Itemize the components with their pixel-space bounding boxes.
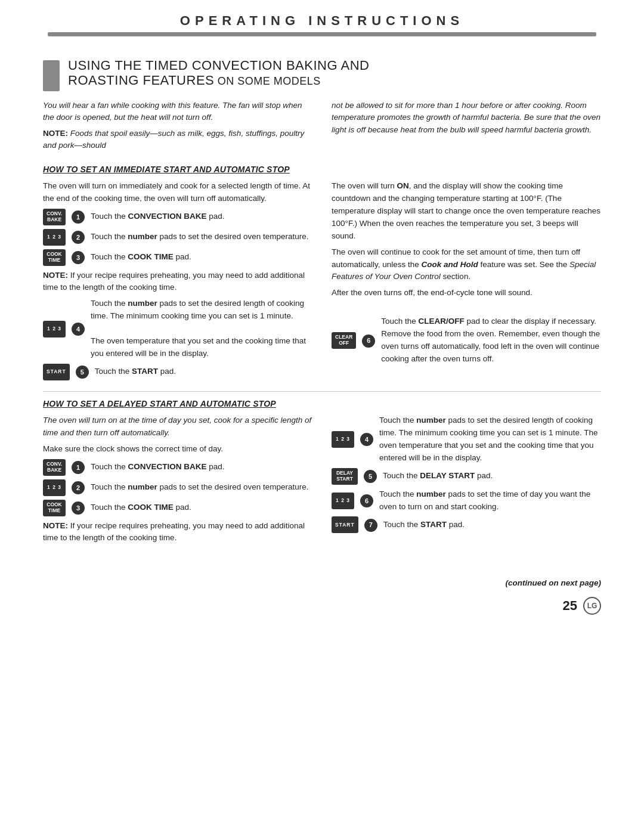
continued-label: (continued on next page) xyxy=(506,578,602,587)
conv-bake-pad-2: CONV.BAKE xyxy=(43,459,66,476)
number-pad-1: 1 2 3 xyxy=(43,229,66,246)
subsection1-intro: The oven will turn on immediately and co… xyxy=(43,180,312,205)
intro-columns: You will hear a fan while cooking with t… xyxy=(43,100,601,155)
number-pad-s2-1: 1 2 3 xyxy=(43,479,66,496)
s2-note: NOTE: If your recipe requires preheating… xyxy=(43,520,312,544)
s2-step5-text: Touch the DELAY START pad. xyxy=(383,470,601,482)
lg-logo: LG xyxy=(583,597,601,615)
step6-badge: 6 xyxy=(362,335,375,348)
s2-step2-badge: 2 xyxy=(72,481,85,494)
step5-row: START 5 Touch the START pad. xyxy=(43,364,312,380)
s2-step6-badge: 6 xyxy=(360,494,373,507)
section-divider xyxy=(43,391,601,392)
cook-time-pad-2: COOKTIME xyxy=(43,500,66,516)
step1-row: CONV.BAKE 1 Touch the CONVECTION BAKE pa… xyxy=(43,209,312,225)
s2-step4-row: 1 2 3 4 Touch the number pads to set the… xyxy=(332,414,601,465)
step3-badge: 3 xyxy=(72,251,85,264)
step3-row: COOKTIME 3 Touch the COOK TIME pad. xyxy=(43,249,312,266)
main-content: USING THE TIMED CONVECTION BAKING AND RO… xyxy=(0,36,644,572)
intro-col-right: not be allowed to sit for more than 1 ho… xyxy=(332,100,601,155)
conv-bake-pad: CONV.BAKE xyxy=(43,209,66,225)
subsection1-right: The oven will turn ON, and the display w… xyxy=(332,180,601,384)
step6-text: Touch the CLEAR/OFF pad to clear the dis… xyxy=(381,315,601,366)
s2-step6-row: 1 2 3 6 Touch the number pads to set the… xyxy=(332,488,601,513)
s2-step4-badge: 4 xyxy=(360,433,373,446)
s2-step1-row: CONV.BAKE 1 Touch the CONVECTION BAKE pa… xyxy=(43,459,312,476)
clear-off-pad[interactable]: CLEAROFF xyxy=(332,332,356,349)
subsection2-left: The oven will turn on at the time of day… xyxy=(43,414,312,548)
number-pad-s2-2: 1 2 3 xyxy=(332,431,354,448)
page-number: 25 xyxy=(563,598,577,614)
step1-text: Touch the CONVECTION BAKE pad. xyxy=(91,210,312,223)
s2-step7-badge: 7 xyxy=(364,519,377,532)
step2-row: 1 2 3 2 Touch the number pads to set the… xyxy=(43,229,312,246)
header-bar xyxy=(48,32,596,36)
step5-badge: 5 xyxy=(76,366,89,379)
s2-step1-badge: 1 xyxy=(72,461,85,474)
subsection1-title: HOW TO SET AN IMMEDIATE START AND AUTOMA… xyxy=(43,165,601,174)
step2-text: Touch the number pads to set the desired… xyxy=(91,231,312,243)
section-title-text: USING THE TIMED CONVECTION BAKING AND RO… xyxy=(68,58,369,88)
s2-step5-badge: 5 xyxy=(364,470,377,483)
page-footer: (continued on next page) xyxy=(0,572,644,597)
step5-text: Touch the START pad. xyxy=(95,366,312,378)
s2-step3-text: Touch the COOK TIME pad. xyxy=(91,501,312,514)
s2-step2-text: Touch the number pads to set the desired… xyxy=(91,481,312,494)
start-pad-2: START xyxy=(332,516,358,533)
subsection1-left: The oven will turn on immediately and co… xyxy=(43,180,312,384)
step3-text: Touch the COOK TIME pad. xyxy=(91,251,312,264)
s2-step6-text: Touch the number pads to set the time of… xyxy=(379,488,601,513)
header: OPERATING INSTRUCTIONS xyxy=(0,0,644,36)
s2-step1-text: Touch the CONVECTION BAKE pad. xyxy=(91,461,312,473)
s2-step5-row: DELAYSTART 5 Touch the DELAY START pad. xyxy=(332,468,601,485)
s2-step4-text: Touch the number pads to set the desired… xyxy=(379,414,601,465)
s2-step3-row: COOKTIME 3 Touch the COOK TIME pad. xyxy=(43,500,312,516)
step4-text: Touch the number pads to set the desired… xyxy=(91,298,312,360)
step1-badge: 1 xyxy=(72,210,85,224)
cook-time-pad-1: COOKTIME xyxy=(43,249,66,266)
subsection2-right: 1 2 3 4 Touch the number pads to set the… xyxy=(332,414,601,548)
step6-row: CLEAROFF 6 Touch the CLEAR/OFF pad to cl… xyxy=(332,315,601,366)
section-title-bar xyxy=(43,60,60,91)
s2-step7-text: Touch the START pad. xyxy=(383,519,601,531)
subsection1-instructions: The oven will turn on immediately and co… xyxy=(43,180,601,384)
s2-step7-row: START 7 Touch the START pad. xyxy=(332,516,601,533)
delay-start-pad: DELAYSTART xyxy=(332,468,358,485)
section-title-block: USING THE TIMED CONVECTION BAKING AND RO… xyxy=(43,58,601,91)
s2-step3-badge: 3 xyxy=(72,501,85,515)
number-pad-s2-3: 1 2 3 xyxy=(332,493,354,509)
step4-row: 1 2 3 4 Touch the number pads to set the… xyxy=(43,298,312,360)
page-title: OPERATING INSTRUCTIONS xyxy=(0,0,644,32)
step2-badge: 2 xyxy=(72,231,85,244)
s2-step2-row: 1 2 3 2 Touch the number pads to set the… xyxy=(43,479,312,496)
note1: NOTE: If your recipe requires preheating… xyxy=(43,270,312,294)
subsection2-instructions: The oven will turn on at the time of day… xyxy=(43,414,601,548)
number-pad-2: 1 2 3 xyxy=(43,321,66,337)
intro-col-left: You will hear a fan while cooking with t… xyxy=(43,100,312,155)
step4-badge: 4 xyxy=(72,323,85,336)
start-pad-1: START xyxy=(43,364,70,380)
section-heading: USING THE TIMED CONVECTION BAKING AND RO… xyxy=(68,58,369,88)
subsection2-title: HOW TO SET A DELAYED START AND AUTOMATIC… xyxy=(43,399,601,408)
